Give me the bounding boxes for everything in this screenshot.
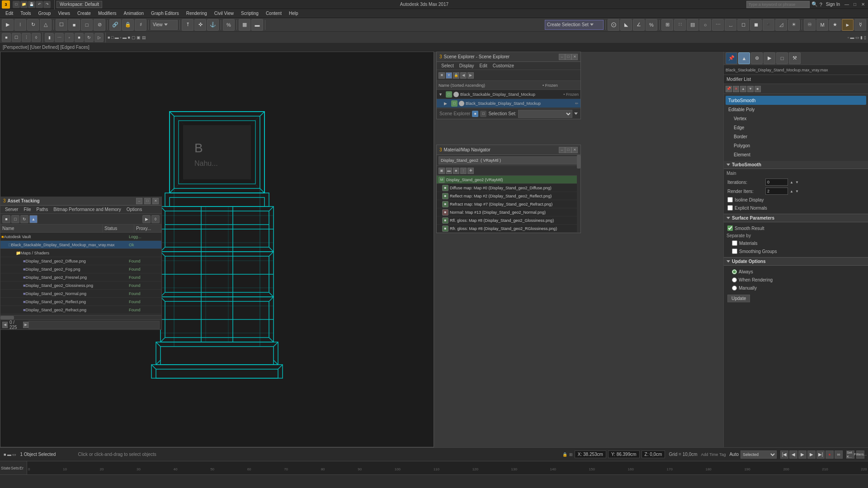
se-menu-display[interactable]: Display — [457, 62, 477, 70]
new-icon[interactable]: □ — [13, 1, 20, 8]
mod-delete-btn[interactable]: ✖ — [733, 86, 739, 92]
se-tb-5[interactable]: ▶ — [467, 72, 474, 79]
mat-collapse-btn[interactable]: ✚ — [467, 168, 474, 174]
mod-display-tab[interactable]: □ — [776, 52, 788, 64]
menu-graph-editors[interactable]: Graph Editors — [147, 9, 183, 18]
tl-loop[interactable]: ∞ — [835, 450, 843, 459]
scale-btn[interactable]: △ — [40, 19, 52, 31]
select-btn[interactable]: ▶ — [2, 19, 14, 31]
at-item-fresnel[interactable]: ■ Display_Stand_geo2_Fresnel.png Found — [0, 273, 161, 282]
mat-thumb-btn[interactable]: ■ — [453, 168, 459, 174]
menu-edit[interactable]: Edit — [2, 9, 17, 18]
tl-set-keys[interactable]: Set K... — [846, 450, 854, 459]
tb2-2[interactable]: ☐ — [12, 33, 21, 42]
mat-close-btn[interactable]: ✕ — [571, 147, 578, 153]
mat-restore-btn[interactable]: □ — [565, 147, 571, 153]
ts-update-btn[interactable]: Update — [727, 295, 750, 302]
se-item-2[interactable]: ▶ □ Black_Stackable_Display_Stand_Mockup… — [437, 99, 580, 108]
mat-list-btn[interactable]: ▬ — [446, 168, 452, 174]
asset-menu-file[interactable]: File — [21, 206, 33, 214]
se-menu-edit[interactable]: Edit — [477, 62, 490, 70]
mirror-btn[interactable]: ∷ — [674, 19, 686, 31]
create-selection-btn[interactable]: Create Selection Set — [545, 20, 604, 30]
grid-btn[interactable]: ⊞ — [661, 19, 673, 31]
menu-scripting[interactable]: Scripting — [237, 9, 262, 18]
at-filter-btn[interactable]: ◊ — [151, 215, 160, 223]
undo-icon[interactable]: ↶ — [36, 1, 43, 8]
mod-utilities-tab[interactable]: ⚒ — [789, 52, 801, 64]
se-close-btn[interactable]: ✕ — [571, 54, 578, 60]
shaded-btn[interactable]: ▬ — [251, 19, 263, 31]
mod-edge[interactable]: Edge — [726, 123, 866, 132]
layer-btn[interactable]: ◻ — [737, 19, 749, 31]
redo-icon[interactable]: ↷ — [43, 1, 51, 8]
menu-animation[interactable]: Animation — [120, 9, 147, 18]
ts-sg-check[interactable] — [732, 249, 737, 254]
at-server-btn[interactable]: ■ — [2, 215, 10, 223]
tl-prev-frame[interactable]: ◀ — [789, 450, 797, 459]
mat-scrollbar[interactable] — [577, 155, 580, 233]
asset-close-btn[interactable]: ✕ — [152, 198, 159, 204]
menu-modifiers[interactable]: Modifiers — [94, 9, 120, 18]
asset-prev-btn[interactable]: ◀ — [2, 322, 8, 328]
maximize-btn[interactable]: □ — [852, 1, 858, 8]
select-none-btn[interactable]: □ — [81, 19, 93, 31]
asset-menu-server[interactable]: Server — [2, 206, 21, 214]
snap3-btn[interactable]: ◣ — [620, 19, 632, 31]
ts-always-radio[interactable] — [732, 269, 737, 274]
tb2-7[interactable]: ▫ — [65, 33, 74, 42]
ts-iter-up[interactable]: ▲ — [790, 180, 793, 184]
asset-menu-bitmap[interactable]: Bitmap Performance and Memory — [51, 206, 124, 214]
tb2-5[interactable]: ▮ — [45, 33, 54, 42]
view-dropdown[interactable]: View — [151, 20, 178, 30]
ts-update-header[interactable]: Update Options — [724, 257, 868, 266]
mod-up-btn[interactable]: ▲ — [740, 86, 746, 92]
render-btn[interactable]: ► — [842, 19, 854, 31]
snap-btn[interactable]: ✜ — [194, 19, 206, 31]
mat-item-1[interactable]: ■ Diffuse map: Map #0 (Display_Stand_geo… — [437, 184, 580, 192]
tb2-1[interactable]: ■ — [2, 33, 11, 42]
asset-next-btn[interactable]: ▶ — [23, 322, 28, 328]
mat-item-6[interactable]: ■ Rfr. gloss: Map #8 (Display_Stand_geo2… — [437, 225, 580, 233]
asset-menu-options[interactable]: Options — [124, 206, 145, 214]
layer3-btn[interactable]: ◾ — [763, 19, 774, 31]
mat-minimize-btn[interactable]: – — [559, 147, 565, 153]
env-btn[interactable]: ☿ — [854, 19, 866, 31]
se-selection-dropdown[interactable] — [518, 110, 572, 118]
mat-editor-btn[interactable]: M — [816, 19, 828, 31]
se-tb-4[interactable]: ◀ — [460, 72, 467, 79]
at-item-reflect[interactable]: ■ Display_Stand_geo2_Reflect.png Found — [0, 298, 161, 306]
open-icon[interactable]: 📁 — [20, 1, 28, 8]
se-minimize-btn[interactable]: – — [559, 54, 565, 60]
ts-main-header[interactable]: TurboSmooth — [724, 161, 868, 169]
at-item-normal[interactable]: ■ Display_Stand_geo2_Normal.png Found — [0, 290, 161, 298]
tl-go-end[interactable]: ▶| — [816, 450, 825, 459]
snap2-btn[interactable]: ⨀ — [608, 19, 619, 31]
tb2-6[interactable]: ⋯ — [55, 33, 64, 42]
tb2-8[interactable]: ■ — [75, 33, 84, 42]
spacing-btn[interactable]: ○ — [699, 19, 711, 31]
mod-highlight-btn[interactable]: ■ — [755, 86, 761, 92]
at-item-refract[interactable]: ■ Display_Stand_geo2_Refract.png Found — [0, 306, 161, 314]
wireframe-btn[interactable]: ▦ — [239, 19, 250, 31]
at-item-fog[interactable]: ■ Display_Stand_geo2_Fog.png Found — [0, 265, 161, 273]
timeline-track[interactable]: State Sets Er 0 10 20 30 40 50 60 70 80 … — [0, 461, 868, 475]
mat-expand-btn[interactable]: ⋮ — [460, 168, 467, 174]
percent-btn[interactable]: % — [223, 19, 235, 31]
mod-pin2-btn[interactable]: 📌 — [726, 86, 732, 92]
minimize-btn[interactable]: — — [844, 1, 850, 8]
ts-iterations-input[interactable]: 0 — [765, 178, 788, 186]
tl-next-frame[interactable]: ▶ — [807, 450, 816, 459]
at-item-gloss[interactable]: ■ Display_Stand_geo2_Glossiness.png Foun… — [0, 282, 161, 290]
tl-filters[interactable]: Filters... — [856, 450, 864, 459]
mod-turbosmooth[interactable]: TurboSmooth — [726, 96, 866, 105]
se-menu-select[interactable]: Select — [439, 62, 457, 70]
bind-btn[interactable]: ♯ — [135, 19, 146, 31]
mod-border[interactable]: Border — [726, 132, 866, 141]
rotate-btn[interactable]: ↻ — [27, 19, 39, 31]
render-setup-btn[interactable]: ★ — [829, 19, 841, 31]
align-btn[interactable]: ⤒ — [182, 19, 193, 31]
mat-grid-btn[interactable]: ▣ — [439, 168, 445, 174]
align2-btn[interactable]: ⎵ — [725, 19, 736, 31]
layer2-btn[interactable]: ◼ — [750, 19, 762, 31]
